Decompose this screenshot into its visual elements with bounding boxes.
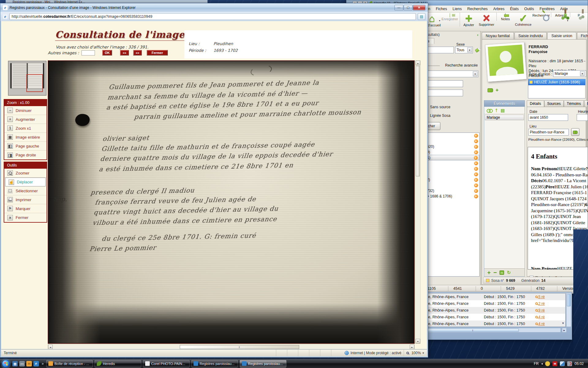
open-record-icon[interactable]	[474, 145, 478, 149]
menu-item[interactable]: États	[507, 6, 522, 12]
sexe-select[interactable]: Tous ▾	[455, 47, 473, 53]
page-zoom-control[interactable]: 100% ▼	[404, 350, 427, 356]
chevron-down-icon[interactable]: ▾	[467, 48, 472, 52]
outlook-tray-icon[interactable]	[545, 361, 550, 366]
search-icon[interactable]	[535, 316, 538, 318]
open-record-icon[interactable]	[474, 150, 478, 154]
result-row[interactable]: 32)	[424, 177, 479, 182]
place-row[interactable]: e, Rhône-Alpes, France Début : 1500, Fin…	[426, 314, 565, 320]
search-icon[interactable]	[535, 323, 538, 325]
menu-item[interactable]: Liens	[450, 6, 465, 12]
calendar-icon[interactable]: 31	[499, 270, 504, 275]
toolbar-button[interactable]: ▾ Arbres	[551, 13, 569, 17]
open-record-icon[interactable]	[474, 156, 478, 160]
open-record-icon[interactable]	[474, 194, 478, 198]
results-link[interactable]: 4 ré	[538, 322, 545, 326]
ie-titlebar[interactable]: e Registres paroissiaux - Consultation d…	[0, 3, 428, 12]
result-row[interactable]: 1732)	[424, 188, 479, 194]
mcafee-tray-icon[interactable]: M	[552, 361, 557, 366]
image-vertical-scrollbar[interactable]: ▲ ▼	[415, 60, 420, 344]
image-horizontal-scrollbar[interactable]: ◄ ⫴ ►	[48, 344, 415, 349]
toolbar-button[interactable]: ▾ Cohérence	[514, 13, 532, 26]
taskbar-button[interactable]: Registres paroissiau...	[240, 360, 286, 367]
open-record-icon[interactable]	[474, 134, 478, 138]
advanced-search-link[interactable]: Recherche avancée	[445, 63, 478, 67]
result-row[interactable]	[424, 171, 479, 177]
ok-button[interactable]: OK	[102, 50, 112, 56]
tool-item[interactable]: Zoomer	[4, 169, 47, 178]
open-record-icon[interactable]	[474, 189, 478, 193]
scroll-down-icon[interactable]: ▼	[416, 339, 420, 343]
result-row[interactable]	[424, 138, 479, 144]
place-row[interactable]: e, Rhône-Alpes, France Début : 1500, Fin…	[426, 300, 565, 307]
place-row[interactable]: e, Rhône-Alpes, France Début : 1500, Fin…	[426, 307, 565, 314]
details-tab[interactable]: Sources	[544, 100, 564, 107]
toolbar-button[interactable]: ▾ P	[570, 13, 588, 17]
volume-muted-icon[interactable]	[567, 361, 572, 366]
details-tab[interactable]: Détails	[527, 100, 544, 107]
next-button[interactable]: »»	[133, 50, 142, 56]
remove-event-icon[interactable]: −	[493, 269, 497, 276]
photo-placeholder[interactable]	[485, 42, 527, 82]
heure-field[interactable]	[577, 114, 588, 121]
results-link[interactable]: 9 ré	[538, 308, 545, 312]
marriage-rings-icon[interactable]	[487, 109, 492, 112]
zoom-tool-item[interactable]: Zoom x1	[4, 124, 47, 133]
toolbar-button[interactable]: ▾ Ajouter	[460, 13, 478, 27]
main-tab[interactable]: Saisie individu	[514, 32, 547, 40]
details-tab[interactable]: Médias	[584, 100, 588, 107]
result-row[interactable]: 20)	[424, 149, 479, 155]
outlook-icon[interactable]: ✉	[26, 361, 32, 366]
result-row[interactable]	[424, 166, 479, 171]
taskbar-button[interactable]: Registres paroissiau...	[191, 360, 238, 367]
media-book-icon[interactable]	[488, 88, 493, 92]
chevron-down-icon[interactable]: ▾	[580, 71, 585, 76]
viewport-rectangle[interactable]	[26, 74, 43, 92]
menu-item[interactable]: Outils	[522, 6, 537, 12]
open-record-icon[interactable]	[474, 161, 478, 165]
toolbar-button[interactable]: ▾ Notes	[496, 13, 514, 21]
add-media-icon[interactable]: +	[496, 88, 499, 92]
tool-item[interactable]: Marquer	[4, 204, 47, 213]
eraser-icon[interactable]	[475, 47, 481, 52]
minimize-button[interactable]: —	[394, 5, 403, 10]
filter-select[interactable]: ▾	[424, 71, 478, 77]
tool-item[interactable]: Fermer	[4, 213, 47, 222]
places-dictionary-button[interactable]	[571, 128, 579, 136]
toolbar-button[interactable]: ▾ Rechercher	[532, 13, 550, 17]
ie-icon[interactable]: e	[33, 361, 39, 366]
chevron-down-icon[interactable]: ▼	[422, 352, 424, 355]
close-button[interactable]: ✕	[413, 5, 425, 10]
details-tab[interactable]: Témoins	[564, 100, 584, 107]
image-number-input[interactable]	[81, 50, 95, 56]
zoom-tool-item[interactable]: Diminuer	[4, 106, 47, 115]
network-tray-icon[interactable]	[560, 361, 565, 366]
chevron-left-icon[interactable]: ◂	[541, 362, 543, 365]
menu-item[interactable]: Fenêtres	[537, 6, 557, 12]
open-record-icon[interactable]	[474, 167, 478, 171]
result-row[interactable]: )	[424, 133, 479, 138]
result-row[interactable]: <> 1686 & 1706)	[424, 194, 479, 199]
places-horizontal-scrollbar[interactable]: ⫴	[426, 328, 561, 332]
dropdown-arrow-icon[interactable]: ▾	[439, 19, 440, 22]
date-field[interactable]: avant 1650	[528, 114, 568, 121]
register-scan-image[interactable]: Guillaume pommeret fils de Jean pommeret…	[48, 60, 415, 344]
main-tab[interactable]: Fiche rédigée	[577, 32, 588, 40]
results-link[interactable]: 4 ré	[538, 315, 545, 319]
open-record-icon[interactable]	[474, 172, 478, 176]
results-link[interactable]: 5 ré	[538, 295, 545, 299]
previous-button[interactable]: ««	[120, 50, 129, 56]
search-icon[interactable]	[535, 302, 538, 305]
main-tab[interactable]: Noyau familial	[482, 32, 514, 40]
tool-item[interactable]: Déplacer	[5, 178, 46, 186]
add-event-icon[interactable]: +	[487, 269, 491, 276]
menu-item[interactable]: Fiches	[433, 6, 450, 12]
chevron-down-icon[interactable]: ▾	[473, 71, 477, 76]
union-type-select[interactable]: Mariage ▾	[553, 70, 586, 77]
search-field-2[interactable]	[424, 90, 463, 96]
scroll-left-icon[interactable]: ◄	[48, 345, 53, 349]
main-tab[interactable]: Saisie union	[547, 32, 576, 40]
event-item-mariage[interactable]: Mariage	[485, 115, 524, 120]
search-field-1[interactable]	[424, 80, 463, 87]
start-button[interactable]	[2, 360, 10, 368]
